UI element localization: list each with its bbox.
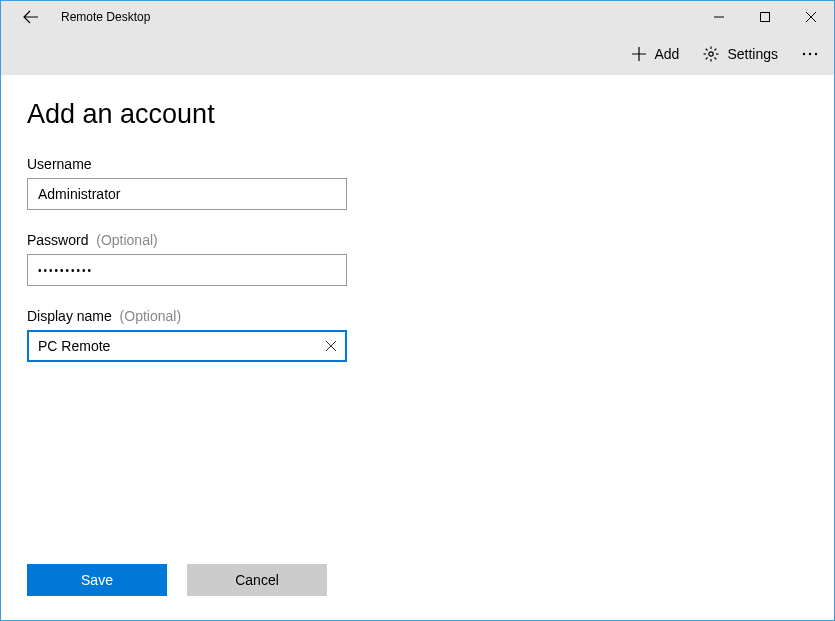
footer-actions: Save Cancel: [27, 564, 327, 596]
maximize-icon: [760, 12, 770, 22]
add-command[interactable]: Add: [622, 40, 689, 68]
displayname-optional-hint: (Optional): [120, 308, 181, 324]
svg-point-10: [803, 53, 805, 55]
gear-icon: [703, 46, 719, 62]
command-bar: Add Settings: [1, 33, 834, 75]
svg-point-12: [815, 53, 817, 55]
clear-displayname-button[interactable]: [321, 336, 341, 356]
settings-label: Settings: [727, 46, 778, 62]
minimize-icon: [714, 12, 724, 22]
window-controls: [696, 1, 834, 33]
svg-point-1: [709, 52, 713, 56]
add-label: Add: [654, 46, 679, 62]
settings-command[interactable]: Settings: [693, 40, 788, 68]
maximize-button[interactable]: [742, 1, 788, 33]
svg-point-11: [809, 53, 811, 55]
username-label: Username: [27, 156, 808, 172]
plus-icon: [632, 47, 646, 61]
close-icon: [806, 12, 816, 22]
password-optional-hint: (Optional): [96, 232, 157, 248]
cancel-button[interactable]: Cancel: [187, 564, 327, 596]
displayname-label: Display name (Optional): [27, 308, 808, 324]
svg-line-9: [715, 49, 717, 51]
password-input[interactable]: [27, 254, 347, 286]
svg-line-7: [715, 58, 717, 60]
back-button[interactable]: [13, 1, 49, 33]
save-button[interactable]: Save: [27, 564, 167, 596]
back-arrow-icon: [23, 9, 39, 25]
username-input[interactable]: [27, 178, 347, 210]
window-title: Remote Desktop: [49, 10, 150, 24]
svg-line-8: [706, 58, 708, 60]
clear-x-icon: [326, 341, 336, 351]
displayname-field-group: Display name (Optional): [27, 308, 808, 362]
password-label: Password (Optional): [27, 232, 808, 248]
close-button[interactable]: [788, 1, 834, 33]
content: Add an account Username Password (Option…: [1, 75, 834, 362]
minimize-button[interactable]: [696, 1, 742, 33]
password-field-group: Password (Optional): [27, 232, 808, 286]
username-field-group: Username: [27, 156, 808, 210]
page-title: Add an account: [27, 99, 808, 130]
titlebar: Remote Desktop: [1, 1, 834, 33]
svg-line-6: [706, 49, 708, 51]
svg-rect-0: [761, 13, 770, 22]
more-icon: [802, 52, 818, 56]
displayname-input[interactable]: [27, 330, 347, 362]
more-command[interactable]: [792, 46, 828, 62]
